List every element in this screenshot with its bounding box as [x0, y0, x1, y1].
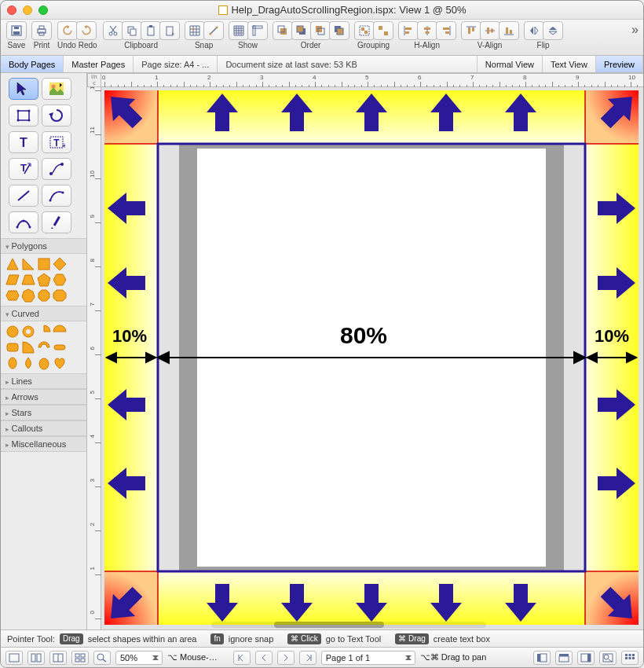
tab-text-view[interactable]: Text View [543, 56, 596, 72]
redo-button[interactable] [76, 21, 97, 40]
curve-tool[interactable] [42, 185, 71, 207]
footer-prev-page-button[interactable] [255, 651, 273, 665]
show-rulers-button[interactable] [247, 21, 268, 40]
align-right-button[interactable] [436, 21, 456, 40]
print-button[interactable] [31, 21, 52, 40]
footer-view3-button[interactable] [49, 651, 67, 665]
snap-grid-button[interactable] [185, 21, 205, 40]
footer-last-page-button[interactable] [299, 651, 317, 665]
text-tool[interactable]: T [9, 131, 38, 153]
line-tool[interactable] [9, 185, 38, 207]
footer-zoom-icon[interactable] [93, 651, 111, 665]
paste-special-button[interactable] [159, 21, 180, 40]
footer-view1-button[interactable] [5, 651, 23, 665]
cut-button[interactable] [103, 21, 123, 40]
align-left-button[interactable] [398, 21, 419, 40]
scrollbar-thumb[interactable] [274, 622, 384, 628]
undo-button[interactable] [57, 21, 78, 40]
footer-panel1-button[interactable] [533, 651, 551, 665]
zoom-select[interactable]: 50% [115, 651, 163, 665]
pie-shape[interactable] [37, 325, 51, 339]
group-button[interactable] [354, 21, 375, 40]
hexagon2-shape[interactable] [5, 288, 20, 303]
parallelogram-shape[interactable] [5, 273, 20, 287]
panel-callouts[interactable]: Callouts [1, 420, 86, 436]
panel-misc[interactable]: Miscellaneous [1, 436, 86, 452]
pentagon-shape[interactable] [37, 273, 51, 287]
footer-panel2-button[interactable] [555, 651, 573, 665]
align-bottom-button[interactable] [499, 21, 519, 40]
arc-shape[interactable] [37, 340, 51, 354]
ellipse-shape[interactable] [5, 356, 20, 370]
align-center-button[interactable] [417, 21, 437, 40]
flip-h-button[interactable] [524, 21, 544, 40]
trapezoid-shape[interactable] [21, 273, 35, 287]
tab-master-pages[interactable]: Master Pages [64, 56, 134, 72]
drop-shape[interactable] [21, 356, 35, 370]
right-triangle-shape[interactable] [21, 257, 35, 271]
panel-polygons[interactable]: Polygons [1, 238, 86, 254]
square-shape[interactable] [37, 257, 51, 271]
rotate-tool[interactable] [42, 105, 71, 127]
footer-next-page-button[interactable] [277, 651, 295, 665]
minimize-window-button[interactable] [23, 6, 32, 15]
footer-view2-button[interactable] [27, 651, 45, 665]
text-path-tool[interactable]: T [9, 158, 38, 180]
copy-button[interactable] [122, 21, 142, 40]
send-backward-button[interactable] [310, 21, 331, 40]
pencil-tool[interactable] [42, 211, 71, 233]
footer-inspector-button[interactable] [599, 651, 617, 665]
diamond-shape[interactable] [53, 257, 67, 271]
canvas[interactable]: 80% 10% 10% [101, 87, 643, 629]
tab-preview[interactable]: Preview [596, 56, 643, 72]
hexagon-shape[interactable] [53, 273, 67, 287]
text-frame-tool[interactable]: T+ [42, 131, 71, 153]
octagon2-shape[interactable] [53, 288, 67, 303]
footer-first-page-button[interactable] [233, 651, 251, 665]
octagon-shape[interactable] [37, 288, 51, 303]
pen-tool[interactable] [9, 211, 38, 233]
save-button[interactable] [6, 21, 27, 40]
footer-view4-button[interactable] [71, 651, 89, 665]
pointer-tool[interactable] [9, 78, 38, 100]
align-middle-button[interactable] [480, 21, 500, 40]
close-window-button[interactable] [7, 6, 16, 15]
paste-button[interactable] [141, 21, 161, 40]
align-top-button[interactable] [461, 21, 481, 40]
connector-tool[interactable] [42, 158, 71, 180]
circle-shape[interactable] [5, 325, 20, 339]
donut-shape[interactable] [21, 325, 35, 339]
page-select[interactable]: Page 1 of 1 [321, 651, 415, 665]
send-back-button[interactable] [329, 21, 349, 40]
show-grid-button[interactable] [229, 21, 249, 40]
triangle-shape[interactable] [5, 257, 20, 271]
tab-normal-view[interactable]: Normal View [478, 56, 543, 72]
heart-shape[interactable] [53, 356, 67, 370]
tab-body-pages[interactable]: Body Pages [1, 56, 64, 72]
panel-arrows[interactable]: Arrows [1, 389, 86, 405]
heptagon-shape[interactable] [21, 288, 35, 303]
bring-front-button[interactable] [273, 21, 293, 40]
egg-shape[interactable] [37, 356, 51, 370]
image-tool[interactable] [42, 78, 71, 100]
quarter-shape[interactable] [21, 340, 35, 354]
bring-forward-button[interactable] [291, 21, 312, 40]
panel-lines[interactable]: Lines [1, 373, 86, 389]
ungroup-button[interactable] [373, 21, 393, 40]
horizontal-scrollbar[interactable] [211, 622, 486, 628]
ruler-corner[interactable]: i/nc [87, 73, 101, 87]
panel-stars[interactable]: Stars [1, 405, 86, 420]
snap-guides-button[interactable] [203, 21, 224, 40]
vertical-ruler[interactable]: 0123456789101112 [87, 87, 101, 629]
zoom-window-button[interactable] [38, 6, 48, 15]
footer-panel3-button[interactable] [577, 651, 595, 665]
toolbar-overflow-button[interactable]: » [631, 23, 639, 37]
panel-curved[interactable]: Curved [1, 306, 86, 321]
footer-grid-button[interactable] [621, 651, 639, 665]
half-circle-shape[interactable] [53, 325, 67, 339]
flip-v-button[interactable] [543, 21, 563, 40]
horizontal-ruler[interactable]: 012345678910 [101, 73, 643, 87]
rounded-rect-shape[interactable] [5, 340, 20, 354]
shape-select-tool[interactable] [9, 105, 38, 127]
capsule-shape[interactable] [53, 340, 67, 354]
